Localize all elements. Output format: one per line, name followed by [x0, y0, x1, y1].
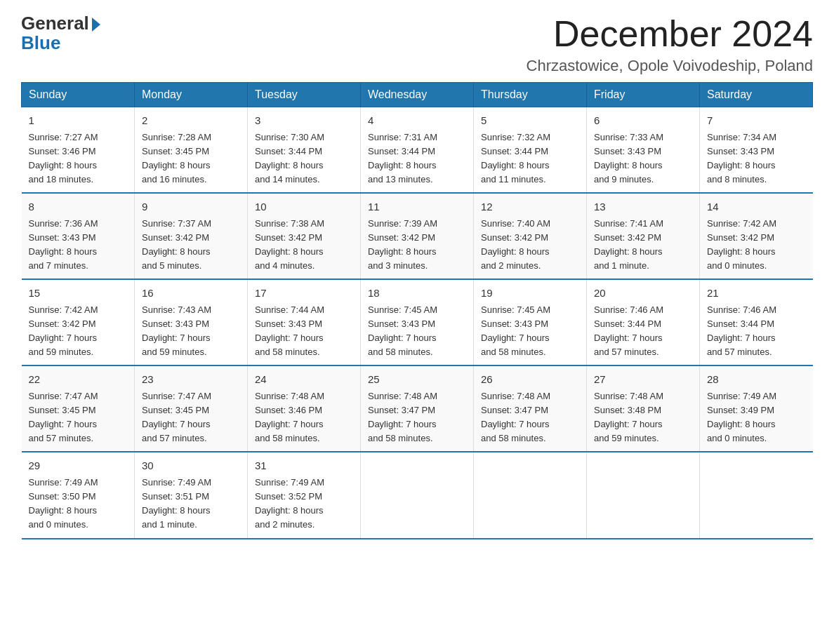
- calendar-cell: 2Sunrise: 7:28 AM Sunset: 3:45 PM Daylig…: [135, 107, 248, 194]
- logo-icon: [92, 18, 100, 32]
- day-info: Sunrise: 7:48 AM Sunset: 3:48 PM Dayligh…: [594, 389, 692, 446]
- day-number: 20: [594, 286, 692, 302]
- day-info: Sunrise: 7:36 AM Sunset: 3:43 PM Dayligh…: [29, 217, 128, 274]
- day-number: 24: [255, 372, 353, 388]
- day-info: Sunrise: 7:41 AM Sunset: 3:42 PM Dayligh…: [594, 217, 692, 274]
- logo-part1: General: [21, 14, 100, 32]
- weekday-header: Monday: [135, 83, 248, 107]
- day-info: Sunrise: 7:43 AM Sunset: 3:43 PM Dayligh…: [142, 303, 240, 360]
- day-number: 8: [29, 199, 128, 215]
- day-number: 27: [594, 372, 692, 388]
- day-number: 9: [142, 199, 240, 215]
- calendar-cell: 31Sunrise: 7:49 AM Sunset: 3:52 PM Dayli…: [248, 452, 361, 538]
- day-info: Sunrise: 7:48 AM Sunset: 3:46 PM Dayligh…: [255, 389, 353, 446]
- day-info: Sunrise: 7:32 AM Sunset: 3:44 PM Dayligh…: [481, 130, 579, 187]
- day-number: 4: [368, 113, 466, 129]
- day-info: Sunrise: 7:30 AM Sunset: 3:44 PM Dayligh…: [255, 130, 353, 187]
- day-info: Sunrise: 7:45 AM Sunset: 3:43 PM Dayligh…: [368, 303, 466, 360]
- day-number: 13: [594, 199, 692, 215]
- calendar-cell: 19Sunrise: 7:45 AM Sunset: 3:43 PM Dayli…: [474, 279, 587, 365]
- day-number: 25: [368, 372, 466, 388]
- calendar-cell: 28Sunrise: 7:49 AM Sunset: 3:49 PM Dayli…: [700, 365, 813, 452]
- calendar-cell: 4Sunrise: 7:31 AM Sunset: 3:44 PM Daylig…: [361, 107, 474, 194]
- calendar-cell: [587, 452, 700, 538]
- weekday-header: Wednesday: [361, 83, 474, 107]
- day-info: Sunrise: 7:49 AM Sunset: 3:49 PM Dayligh…: [707, 389, 806, 446]
- calendar-week-row: 29Sunrise: 7:49 AM Sunset: 3:50 PM Dayli…: [22, 452, 813, 538]
- day-info: Sunrise: 7:42 AM Sunset: 3:42 PM Dayligh…: [707, 217, 806, 274]
- day-info: Sunrise: 7:48 AM Sunset: 3:47 PM Dayligh…: [368, 389, 466, 446]
- calendar-week-row: 8Sunrise: 7:36 AM Sunset: 3:43 PM Daylig…: [22, 193, 813, 279]
- calendar-cell: 22Sunrise: 7:47 AM Sunset: 3:45 PM Dayli…: [22, 365, 135, 452]
- calendar-week-row: 22Sunrise: 7:47 AM Sunset: 3:45 PM Dayli…: [22, 365, 813, 452]
- day-info: Sunrise: 7:37 AM Sunset: 3:42 PM Dayligh…: [142, 217, 240, 274]
- day-number: 11: [368, 199, 466, 215]
- day-number: 19: [481, 286, 579, 302]
- day-info: Sunrise: 7:45 AM Sunset: 3:43 PM Dayligh…: [481, 303, 579, 360]
- day-number: 23: [142, 372, 240, 388]
- calendar-cell: 13Sunrise: 7:41 AM Sunset: 3:42 PM Dayli…: [587, 193, 700, 279]
- day-info: Sunrise: 7:48 AM Sunset: 3:47 PM Dayligh…: [481, 389, 579, 446]
- day-info: Sunrise: 7:47 AM Sunset: 3:45 PM Dayligh…: [142, 389, 240, 446]
- day-number: 29: [29, 458, 128, 474]
- calendar-cell: 17Sunrise: 7:44 AM Sunset: 3:43 PM Dayli…: [248, 279, 361, 365]
- calendar-cell: 20Sunrise: 7:46 AM Sunset: 3:44 PM Dayli…: [587, 279, 700, 365]
- location-title: Chrzastowice, Opole Voivodeship, Poland: [527, 57, 813, 75]
- day-number: 2: [142, 113, 240, 129]
- day-info: Sunrise: 7:33 AM Sunset: 3:43 PM Dayligh…: [594, 130, 692, 187]
- calendar-cell: 15Sunrise: 7:42 AM Sunset: 3:42 PM Dayli…: [22, 279, 135, 365]
- day-number: 12: [481, 199, 579, 215]
- day-number: 7: [707, 113, 806, 129]
- day-number: 26: [481, 372, 579, 388]
- day-number: 3: [255, 113, 353, 129]
- calendar-week-row: 1Sunrise: 7:27 AM Sunset: 3:46 PM Daylig…: [22, 107, 813, 194]
- calendar-cell: 30Sunrise: 7:49 AM Sunset: 3:51 PM Dayli…: [135, 452, 248, 538]
- calendar-cell: 6Sunrise: 7:33 AM Sunset: 3:43 PM Daylig…: [587, 107, 700, 194]
- day-number: 1: [29, 113, 128, 129]
- day-info: Sunrise: 7:40 AM Sunset: 3:42 PM Dayligh…: [481, 217, 579, 274]
- day-info: Sunrise: 7:46 AM Sunset: 3:44 PM Dayligh…: [594, 303, 692, 360]
- calendar-cell: 3Sunrise: 7:30 AM Sunset: 3:44 PM Daylig…: [248, 107, 361, 194]
- day-number: 30: [142, 458, 240, 474]
- logo-part2: Blue: [21, 32, 60, 54]
- calendar-cell: 27Sunrise: 7:48 AM Sunset: 3:48 PM Dayli…: [587, 365, 700, 452]
- calendar-cell: 5Sunrise: 7:32 AM Sunset: 3:44 PM Daylig…: [474, 107, 587, 194]
- calendar-cell: 16Sunrise: 7:43 AM Sunset: 3:43 PM Dayli…: [135, 279, 248, 365]
- day-info: Sunrise: 7:47 AM Sunset: 3:45 PM Dayligh…: [29, 389, 128, 446]
- title-block: December 2024 Chrzastowice, Opole Voivod…: [527, 14, 813, 75]
- calendar-cell: 11Sunrise: 7:39 AM Sunset: 3:42 PM Dayli…: [361, 193, 474, 279]
- weekday-header: Friday: [587, 83, 700, 107]
- day-number: 17: [255, 286, 353, 302]
- weekday-header: Tuesday: [248, 83, 361, 107]
- calendar-cell: 21Sunrise: 7:46 AM Sunset: 3:44 PM Dayli…: [700, 279, 813, 365]
- weekday-header: Sunday: [22, 83, 135, 107]
- day-number: 6: [594, 113, 692, 129]
- day-info: Sunrise: 7:42 AM Sunset: 3:42 PM Dayligh…: [29, 303, 128, 360]
- calendar-cell: 14Sunrise: 7:42 AM Sunset: 3:42 PM Dayli…: [700, 193, 813, 279]
- day-info: Sunrise: 7:34 AM Sunset: 3:43 PM Dayligh…: [707, 130, 806, 187]
- month-title: December 2024: [527, 14, 813, 54]
- calendar-cell: 8Sunrise: 7:36 AM Sunset: 3:43 PM Daylig…: [22, 193, 135, 279]
- day-info: Sunrise: 7:31 AM Sunset: 3:44 PM Dayligh…: [368, 130, 466, 187]
- day-info: Sunrise: 7:28 AM Sunset: 3:45 PM Dayligh…: [142, 130, 240, 187]
- calendar-cell: 23Sunrise: 7:47 AM Sunset: 3:45 PM Dayli…: [135, 365, 248, 452]
- day-number: 18: [368, 286, 466, 302]
- weekday-header: Thursday: [474, 83, 587, 107]
- day-number: 14: [707, 199, 806, 215]
- day-info: Sunrise: 7:49 AM Sunset: 3:52 PM Dayligh…: [255, 476, 353, 532]
- calendar-cell: 1Sunrise: 7:27 AM Sunset: 3:46 PM Daylig…: [22, 107, 135, 194]
- weekday-header: Saturday: [700, 83, 813, 107]
- calendar-cell: [361, 452, 474, 538]
- calendar-cell: 26Sunrise: 7:48 AM Sunset: 3:47 PM Dayli…: [474, 365, 587, 452]
- day-number: 5: [481, 113, 579, 129]
- day-info: Sunrise: 7:44 AM Sunset: 3:43 PM Dayligh…: [255, 303, 353, 360]
- day-info: Sunrise: 7:39 AM Sunset: 3:42 PM Dayligh…: [368, 217, 466, 274]
- day-number: 22: [29, 372, 128, 388]
- header-row: SundayMondayTuesdayWednesdayThursdayFrid…: [22, 83, 813, 107]
- day-number: 28: [707, 372, 806, 388]
- calendar-week-row: 15Sunrise: 7:42 AM Sunset: 3:42 PM Dayli…: [22, 279, 813, 365]
- day-info: Sunrise: 7:38 AM Sunset: 3:42 PM Dayligh…: [255, 217, 353, 274]
- day-number: 31: [255, 458, 353, 474]
- calendar-cell: 24Sunrise: 7:48 AM Sunset: 3:46 PM Dayli…: [248, 365, 361, 452]
- calendar-cell: 29Sunrise: 7:49 AM Sunset: 3:50 PM Dayli…: [22, 452, 135, 538]
